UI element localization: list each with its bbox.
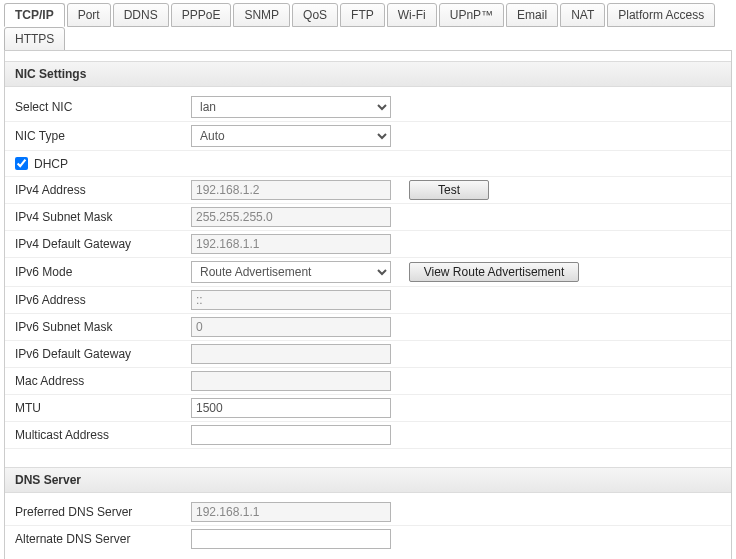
tab-upnp[interactable]: UPnP™ [439, 3, 504, 27]
ipv6-default-gateway-input[interactable] [191, 344, 391, 364]
tab-pppoe[interactable]: PPPoE [171, 3, 232, 27]
label-alternate-dns: Alternate DNS Server [15, 532, 191, 546]
tcpip-panel: NIC Settings Select NIC lan NIC Type Aut… [4, 50, 732, 559]
tab-snmp[interactable]: SNMP [233, 3, 290, 27]
label-ipv6-address: IPv6 Address [15, 293, 191, 307]
tab-email[interactable]: Email [506, 3, 558, 27]
ipv6-address-input[interactable] [191, 290, 391, 310]
mac-address-input[interactable] [191, 371, 391, 391]
mtu-input[interactable] [191, 398, 391, 418]
ipv4-default-gateway-input[interactable] [191, 234, 391, 254]
label-mtu: MTU [15, 401, 191, 415]
label-ipv6-subnet-mask: IPv6 Subnet Mask [15, 320, 191, 334]
tab-port[interactable]: Port [67, 3, 111, 27]
label-select-nic: Select NIC [15, 100, 191, 114]
tab-qos[interactable]: QoS [292, 3, 338, 27]
label-ipv6-default-gateway: IPv6 Default Gateway [15, 347, 191, 361]
section-nic-settings: NIC Settings [5, 61, 731, 87]
nic-type-dropdown[interactable]: Auto [191, 125, 391, 147]
preferred-dns-input[interactable] [191, 502, 391, 522]
label-mac-address: Mac Address [15, 374, 191, 388]
label-nic-type: NIC Type [15, 129, 191, 143]
tabs-bar: TCP/IP Port DDNS PPPoE SNMP QoS FTP Wi-F… [4, 2, 736, 50]
label-ipv4-default-gateway: IPv4 Default Gateway [15, 237, 191, 251]
label-ipv4-subnet-mask: IPv4 Subnet Mask [15, 210, 191, 224]
label-ipv6-mode: IPv6 Mode [15, 265, 191, 279]
ipv4-address-input[interactable] [191, 180, 391, 200]
ipv4-subnet-mask-input[interactable] [191, 207, 391, 227]
multicast-address-input[interactable] [191, 425, 391, 445]
dhcp-checkbox[interactable] [15, 157, 28, 170]
label-multicast-address: Multicast Address [15, 428, 191, 442]
view-route-advertisement-button[interactable]: View Route Advertisement [409, 262, 579, 282]
alternate-dns-input[interactable] [191, 529, 391, 549]
tab-wifi[interactable]: Wi-Fi [387, 3, 437, 27]
label-ipv4-address: IPv4 Address [15, 183, 191, 197]
tab-https[interactable]: HTTPS [4, 27, 65, 51]
tab-ftp[interactable]: FTP [340, 3, 385, 27]
label-dhcp: DHCP [34, 157, 68, 171]
ipv6-mode-dropdown[interactable]: Route Advertisement [191, 261, 391, 283]
tab-tcpip[interactable]: TCP/IP [4, 3, 65, 27]
label-preferred-dns: Preferred DNS Server [15, 505, 191, 519]
section-dns-server: DNS Server [5, 467, 731, 493]
tab-ddns[interactable]: DDNS [113, 3, 169, 27]
select-nic-dropdown[interactable]: lan [191, 96, 391, 118]
tab-nat[interactable]: NAT [560, 3, 605, 27]
tab-platform-access[interactable]: Platform Access [607, 3, 715, 27]
test-button[interactable]: Test [409, 180, 489, 200]
ipv6-subnet-mask-input[interactable] [191, 317, 391, 337]
